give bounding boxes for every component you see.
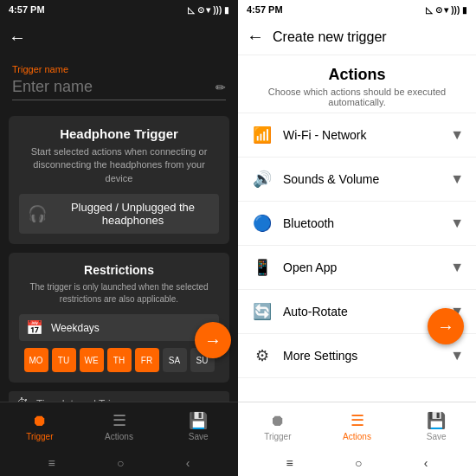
time-interval-row[interactable]: ⏱ Time Interval Trigger <box>9 391 229 402</box>
sys-nav-left: ≡ ○ ‹ <box>0 450 238 476</box>
trigger-nav-icon-right: ⏺ <box>270 412 286 430</box>
actions-nav-label-right: Actions <box>343 432 371 441</box>
bluetooth-chevron: ▼ <box>450 215 464 231</box>
back-button-right[interactable]: ← <box>247 27 264 47</box>
actions-nav-label-left: Actions <box>105 432 133 441</box>
left-panel: 4:57 PM ◺ ⊙ ▾ ))) ▮ ← Trigger name ✏ Hea… <box>0 0 238 476</box>
wifi-chevron: ▼ <box>450 127 464 143</box>
fab-left[interactable]: → <box>195 322 231 358</box>
more-settings-label: More Settings <box>283 349 450 363</box>
bottom-nav-right: ⏺ Trigger ☰ Actions 💾 Save <box>238 402 476 450</box>
trigger-label: Trigger name <box>12 64 226 74</box>
bottom-nav-left: ⏺ Trigger ☰ Actions 💾 Save <box>0 402 238 450</box>
top-nav-right: ← Create new trigger <box>238 19 476 55</box>
action-sounds[interactable]: 🔊 Sounds & Volume ▼ <box>238 158 476 202</box>
weekdays-row[interactable]: 📅 Weekdays <box>19 314 219 341</box>
day-sa[interactable]: SA <box>163 348 187 372</box>
open-app-label: Open App <box>283 261 450 274</box>
trigger-nav-label: Trigger <box>26 432 53 441</box>
sys-nav-right: ≡ ○ ‹ <box>238 450 476 476</box>
action-wifi[interactable]: 📶 Wi-Fi - Network ▼ <box>238 113 476 158</box>
restrictions-section: Restrictions The trigger is only launche… <box>9 253 229 383</box>
headphone-desc: Start selected actions when connecting o… <box>19 145 219 185</box>
back-button-left[interactable]: ← <box>9 28 26 48</box>
weekdays-label: Weekdays <box>51 322 100 334</box>
sys-home-right[interactable]: ○ <box>355 456 362 470</box>
bluetooth-label: Bluetooth <box>283 216 450 230</box>
nav-trigger-left[interactable]: ⏺ Trigger <box>0 402 80 450</box>
save-nav-icon-right: 💾 <box>427 411 446 430</box>
time-right: 4:57 PM <box>247 4 283 15</box>
edit-icon[interactable]: ✏ <box>215 80 226 94</box>
save-nav-label-right: Save <box>427 432 447 441</box>
trigger-nav-icon: ⏺ <box>32 412 48 430</box>
time-left: 4:57 PM <box>9 4 45 15</box>
top-nav-left: ← <box>0 19 238 55</box>
sounds-icon: 🔊 <box>250 170 274 189</box>
trigger-name-input[interactable] <box>12 78 215 96</box>
headphone-item-text: Plugged / Unplugged the headphones <box>55 201 210 227</box>
save-nav-label-left: Save <box>189 432 209 441</box>
open-app-chevron: ▼ <box>450 260 464 275</box>
day-we[interactable]: WE <box>80 348 104 372</box>
calendar-icon: 📅 <box>26 319 43 336</box>
action-bluetooth[interactable]: 🔵 Bluetooth ▼ <box>238 202 476 246</box>
day-mo[interactable]: MO <box>24 348 48 372</box>
days-row: MO TU WE TH FR SA SU <box>19 348 219 372</box>
auto-rotate-label: Auto-Rotate <box>283 305 450 318</box>
actions-title: Actions <box>247 66 467 84</box>
open-app-icon: 📱 <box>250 258 274 277</box>
auto-rotate-icon: 🔄 <box>250 302 274 321</box>
nav-title-right: Create new trigger <box>273 29 387 45</box>
headphone-title: Headphone Trigger <box>19 126 219 141</box>
right-panel: 4:57 PM ◺ ⊙ ▾ ))) ▮ ← Create new trigger… <box>238 0 476 476</box>
headphone-item[interactable]: 🎧 Plugged / Unplugged the headphones <box>19 194 219 234</box>
sys-menu-left[interactable]: ≡ <box>48 456 55 470</box>
wifi-icon: 📶 <box>250 125 274 145</box>
wifi-label: Wi-Fi - Network <box>283 128 450 142</box>
clock-icon: ⏱ <box>16 396 29 402</box>
trigger-name-row: ✏ <box>12 78 226 100</box>
actions-desc: Choose which actions should be executed … <box>247 87 467 107</box>
restrictions-desc: The trigger is only launched when the se… <box>19 281 219 306</box>
nav-trigger-right[interactable]: ⏺ Trigger <box>238 402 318 450</box>
status-icons-right: ◺ ⊙ ▾ ))) ▮ <box>426 5 467 15</box>
sys-home-left[interactable]: ○ <box>117 456 124 470</box>
trigger-nav-label-right: Trigger <box>264 432 291 441</box>
action-open-app[interactable]: 📱 Open App ▼ <box>238 246 476 290</box>
save-nav-icon-left: 💾 <box>189 411 208 430</box>
sys-back-right[interactable]: ‹ <box>424 456 428 470</box>
trigger-name-section: Trigger name ✏ <box>0 55 238 107</box>
nav-save-right[interactable]: 💾 Save <box>396 402 476 450</box>
sys-back-left[interactable]: ‹ <box>186 456 190 470</box>
actions-header: Actions Choose which actions should be e… <box>238 55 476 113</box>
nav-actions-left[interactable]: ☰ Actions <box>80 402 159 450</box>
nav-save-left[interactable]: 💾 Save <box>158 402 238 450</box>
time-interval-label: Time Interval Trigger <box>36 398 132 402</box>
fab-right-icon: → <box>437 317 454 337</box>
headphone-trigger-section: Headphone Trigger Start selected actions… <box>9 116 229 244</box>
fab-right[interactable]: → <box>428 308 464 344</box>
day-tu[interactable]: TU <box>52 348 76 372</box>
actions-nav-icon-right: ☰ <box>351 411 364 430</box>
day-fr[interactable]: FR <box>135 348 159 372</box>
sounds-chevron: ▼ <box>450 171 464 187</box>
restrictions-title: Restrictions <box>19 263 219 277</box>
status-bar-left: 4:57 PM ◺ ⊙ ▾ ))) ▮ <box>0 0 238 19</box>
sounds-label: Sounds & Volume <box>283 172 450 186</box>
headphone-icon: 🎧 <box>28 204 47 223</box>
status-bar-right: 4:57 PM ◺ ⊙ ▾ ))) ▮ <box>238 0 476 19</box>
nav-actions-right[interactable]: ☰ Actions <box>318 402 397 450</box>
more-settings-icon: ⚙ <box>250 346 274 365</box>
status-icons-left: ◺ ⊙ ▾ ))) ▮ <box>188 5 229 15</box>
day-th[interactable]: TH <box>107 348 132 372</box>
actions-nav-icon-left: ☰ <box>113 411 126 430</box>
fab-left-icon: → <box>204 331 222 351</box>
sys-menu-right[interactable]: ≡ <box>286 456 293 470</box>
bluetooth-icon: 🔵 <box>250 214 274 233</box>
more-settings-chevron: ▼ <box>450 348 464 363</box>
